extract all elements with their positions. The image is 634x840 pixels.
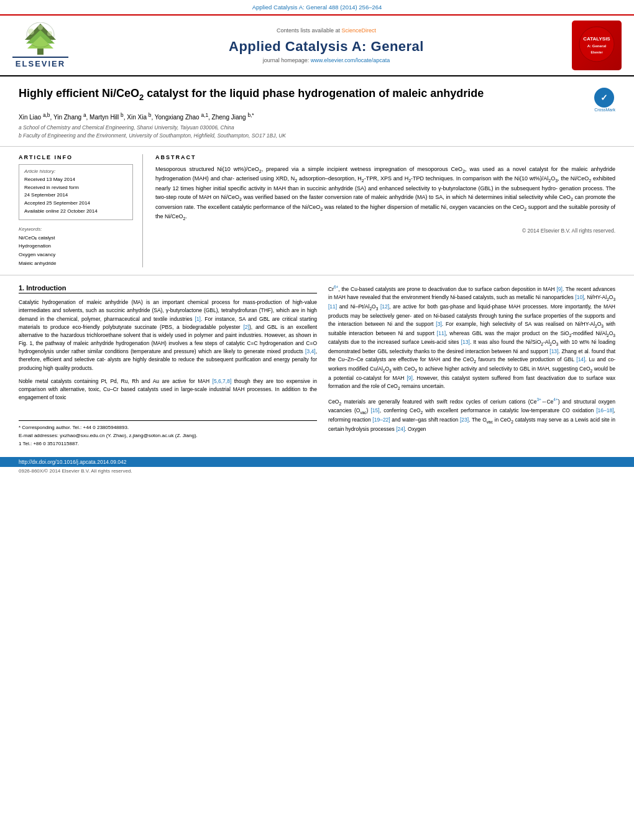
ref-9b[interactable]: [9] [407, 375, 412, 381]
journal-header-center: Contents lists available at ScienceDirec… [81, 27, 572, 63]
svg-point-5 [28, 29, 34, 35]
ref-11[interactable]: [11] [328, 303, 337, 310]
copyright-line: © 2014 Elsevier B.V. All rights reserved… [155, 228, 615, 234]
svg-text:CATALYSIS: CATALYSIS [583, 36, 610, 42]
keyword-4: Maleic anhydride [19, 259, 133, 268]
journal-top-bar: Applied Catalysis A: General 488 (2014) … [0, 0, 634, 16]
abstract-column: ABSTRACT Mesoporous structured Ni(10 wt%… [155, 154, 615, 267]
svg-text:A: General: A: General [587, 44, 607, 48]
ref-10[interactable]: [10] [575, 294, 584, 300]
footnote-corresponding: * Corresponding author. Tel.: +44 0 2380… [19, 424, 317, 432]
ref-15[interactable]: [15] [370, 407, 379, 413]
intro-para1: Catalytic hydrogenation of maleic anhydr… [19, 298, 317, 372]
authors-line: Xin Liao a,b, Yin Zhang a, Martyn Hill b… [19, 112, 615, 121]
ref-24[interactable]: [24] [396, 426, 405, 432]
abstract-title: ABSTRACT [155, 154, 615, 160]
sciencedirect-link[interactable]: ScienceDirect [342, 27, 377, 34]
svg-point-6 [47, 31, 52, 36]
right-para1: Cr6+, the Cu-based catalysts are prone t… [328, 284, 615, 392]
article-title: Highly efficient Ni/CeO2 catalyst for th… [19, 86, 585, 103]
journal-title: Applied Catalysis A: General [229, 39, 424, 55]
footnote-section: * Corresponding author. Tel.: +44 0 2380… [19, 420, 317, 448]
journal-homepage-link[interactable]: www.elsevier.com/locate/apcata [311, 57, 390, 63]
revised-label: Received in revised form [24, 184, 127, 192]
crossmark-icon: ✓ [594, 88, 614, 108]
ref-13b[interactable]: [13] [549, 348, 558, 354]
article-info-title: ARTICLE INFO [19, 154, 133, 160]
body-right-column: Cr6+, the Cu-based catalysts are prone t… [328, 284, 615, 448]
catalysis-logo-text: CATALYSIS A: General Elsevier [578, 25, 615, 65]
footnote-email: E-mail addresses: yxzhao@sxu.edu.cn (Y. … [19, 432, 317, 440]
article-history-box: Article history: Received 13 May 2014 Re… [19, 164, 133, 220]
ref-1922[interactable]: [19–22] [372, 417, 390, 423]
ref-2[interactable]: [2] [243, 324, 249, 330]
journal-top-link[interactable]: Applied Catalysis A: General 488 (2014) … [252, 4, 382, 11]
doi-link[interactable]: http://dx.doi.org/10.1016/j.apcata.2014.… [19, 459, 126, 465]
journal-header: ELSEVIER Contents lists available at Sci… [0, 16, 634, 76]
crossmark-label: CrossMark [594, 108, 615, 112]
body-section: 1. Introduction Catalytic hydrogenation … [0, 275, 634, 456]
doi-footer[interactable]: http://dx.doi.org/10.1016/j.apcata.2014.… [0, 457, 634, 467]
article-header: Highly efficient Ni/CeO2 catalyst for th… [0, 76, 634, 147]
footnote-note1: 1 Tel.: +86 0 35170115887. [19, 440, 317, 448]
keyword-2: Hydrogenation [19, 242, 133, 251]
journal-homepage: journal homepage: www.elsevier.com/locat… [263, 57, 390, 63]
affiliation-b: b Faculty of Engineering and the Environ… [19, 132, 615, 140]
right-para2: CeO2 materials are generally featured wi… [328, 397, 615, 433]
elsevier-tree-icon [19, 22, 62, 57]
ref-11b[interactable]: [11] [437, 330, 446, 336]
page: Applied Catalysis A: General 488 (2014) … [0, 0, 634, 840]
keywords-label: Keywords: [19, 226, 133, 232]
svg-point-7 [38, 25, 43, 30]
affiliation-a: a School of Chemistry and Chemical Engin… [19, 124, 615, 132]
contents-available-text: Contents lists available at ScienceDirec… [277, 27, 376, 34]
catalysis-logo: CATALYSIS A: General Elsevier [572, 21, 622, 70]
ref-1[interactable]: [1] [195, 316, 201, 322]
ref-13[interactable]: [13] [461, 339, 470, 345]
abstract-text: Mesoporous structured Ni(10 wt%)/CeO2, p… [155, 165, 615, 223]
intro-section-title: 1. Introduction [19, 284, 317, 293]
article-history-label: Article history: [24, 168, 127, 174]
keyword-3: Oxygen vacancy [19, 251, 133, 259]
crossmark-badge[interactable]: ✓ CrossMark [594, 88, 615, 112]
ref-12[interactable]: [12] [380, 303, 389, 310]
ref-23[interactable]: [23] [460, 417, 469, 423]
accepted-date: Accepted 25 September 2014 [24, 200, 127, 208]
intro-para2: Noble metal catalysts containing Pt, Pd,… [19, 377, 317, 402]
revised-date: 24 September 2014 [24, 192, 127, 200]
keywords-box: Keywords: Ni/CeO₂ catalyst Hydrogenation… [19, 226, 133, 267]
ref-3[interactable]: [3] [436, 321, 441, 327]
info-abstract-section: ARTICLE INFO Article history: Received 1… [0, 147, 634, 275]
received-date: Received 13 May 2014 [24, 176, 127, 184]
body-left-column: 1. Introduction Catalytic hydrogenation … [19, 284, 317, 448]
keyword-1: Ni/CeO₂ catalyst [19, 234, 133, 242]
elsevier-logo: ELSEVIER [12, 22, 68, 68]
svg-rect-0 [37, 48, 44, 55]
ref-5678[interactable]: [5,6,7,8] [213, 378, 232, 384]
elsevier-label: ELSEVIER [12, 57, 68, 68]
online-date: Available online 22 October 2014 [24, 208, 127, 216]
ref-9[interactable]: [9] [556, 286, 562, 292]
svg-text:Elsevier: Elsevier [590, 50, 602, 54]
ref-1618[interactable]: [16–18] [596, 407, 613, 413]
ref-34[interactable]: [3,4] [305, 348, 316, 354]
article-info-column: ARTICLE INFO Article history: Received 1… [19, 154, 143, 267]
issn-footer: 0926-860X/© 2014 Elsevier B.V. All right… [0, 467, 634, 475]
they-word: they [253, 378, 263, 384]
ref-14[interactable]: [14] [576, 356, 585, 362]
